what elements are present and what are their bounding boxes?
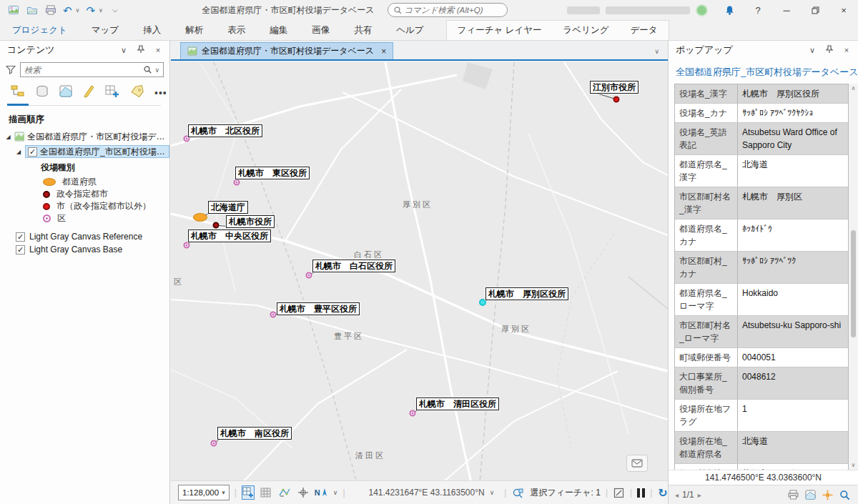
tree-item-basemap[interactable]: ✓Light Gray Canvas Reference <box>16 230 169 243</box>
layout-grid-add-icon[interactable] <box>242 485 255 500</box>
contextual-ribbon-tab[interactable]: データ <box>620 21 669 40</box>
map-view-tab[interactable]: 全国都道府県庁・市区町村役場データベース × <box>180 42 393 59</box>
ribbon-tab[interactable]: 解析 <box>173 20 215 40</box>
close-button[interactable]: × <box>829 0 858 20</box>
popup-feature-link[interactable]: 全国都道府県庁_市区町村役場データベース -... <box>669 59 858 84</box>
selected-features-icon[interactable] <box>511 485 525 500</box>
ribbon-tab[interactable]: ヘルプ <box>384 20 435 40</box>
layer-visibility-checkbox[interactable]: ✓ <box>16 232 25 242</box>
contents-search-box[interactable]: ∨ <box>20 62 164 77</box>
scroll-up-icon[interactable]: ∧ <box>849 85 858 92</box>
zoom-to-feature-icon[interactable] <box>838 488 852 502</box>
redo-button[interactable]: ↷ <box>86 5 95 16</box>
clear-selection-icon[interactable] <box>613 485 625 500</box>
previous-feature-icon[interactable]: ◂ <box>675 491 679 499</box>
list-by-labeling-icon[interactable] <box>104 83 120 100</box>
close-view-icon[interactable]: × <box>381 46 386 56</box>
redo-dropdown-icon[interactable]: ∨ <box>99 7 103 14</box>
account-avatar[interactable] <box>696 4 708 16</box>
north-options-chevron-icon[interactable]: ∨ <box>333 489 338 496</box>
flash-feature-icon[interactable] <box>821 488 834 502</box>
open-project-icon[interactable] <box>26 4 38 16</box>
expander-icon[interactable]: ◢ <box>5 134 11 140</box>
contents-close-icon[interactable]: × <box>152 46 164 54</box>
map-callout-button[interactable] <box>626 455 648 472</box>
feature-marker-pink[interactable] <box>234 179 240 186</box>
scroll-down-icon[interactable]: ∨ <box>849 462 858 468</box>
print-icon[interactable] <box>44 4 56 16</box>
contextual-ribbon-tab[interactable]: フィーチャ レイヤー <box>447 21 553 40</box>
north-arrow-icon[interactable]: N <box>315 488 328 498</box>
command-search-box[interactable] <box>388 3 508 17</box>
feature-marker-pink[interactable] <box>184 242 190 249</box>
sketch-tools-icon[interactable] <box>277 485 292 500</box>
scrollbar-thumb[interactable] <box>851 230 856 337</box>
minimize-button[interactable]: ─ <box>772 0 801 20</box>
legend-swatch-donut[interactable] <box>43 214 51 222</box>
feature-marker-orange[interactable] <box>193 213 207 222</box>
grid-icon[interactable] <box>260 485 272 500</box>
pause-drawing-button[interactable] <box>637 488 645 498</box>
contents-search-input[interactable] <box>24 66 141 74</box>
restore-button[interactable] <box>801 0 829 20</box>
feature-marker-darkred[interactable] <box>213 222 220 229</box>
popup-close-icon[interactable]: × <box>841 46 852 54</box>
save-project-icon[interactable] <box>7 4 19 16</box>
popup-menu-chevron-icon[interactable]: ∨ <box>807 46 818 55</box>
feature-marker-pink[interactable] <box>270 312 277 318</box>
legend-swatch-ellipse[interactable] <box>43 178 56 186</box>
list-by-selection-icon[interactable] <box>59 83 73 100</box>
expander-icon[interactable]: ◢ <box>15 149 22 155</box>
tree-item-layer[interactable]: ◢ ✓ 全国都道府県庁_市区町村役場データ... <box>0 145 169 158</box>
crosshair-icon[interactable] <box>297 485 310 500</box>
popup-selection-icon[interactable] <box>804 488 817 502</box>
layer-visibility-checkbox[interactable]: ✓ <box>16 245 25 255</box>
contents-pin-icon[interactable] <box>135 45 147 55</box>
contents-menu-chevron-icon[interactable]: ∨ <box>118 46 129 55</box>
feature-marker-pink[interactable] <box>410 410 416 417</box>
feature-marker-pink[interactable] <box>306 272 312 279</box>
view-list-chevron-icon[interactable]: ∨ <box>654 48 659 59</box>
tree-item-map[interactable]: ◢ 全国都道府県庁・市区町村役場データ... <box>0 130 169 143</box>
search-options-chevron-icon[interactable]: ∨ <box>154 66 159 74</box>
selected-layer-row[interactable]: ✓ 全国都道府県庁_市区町村役場データ... <box>25 145 169 158</box>
ribbon-tab[interactable]: マップ <box>79 20 131 40</box>
ribbon-tab[interactable]: 編集 <box>257 20 300 40</box>
feature-label: 札幌市 東区役所 <box>235 167 310 179</box>
list-by-drawing-order-icon[interactable] <box>10 83 26 100</box>
ribbon-tab[interactable]: 共有 <box>342 20 384 40</box>
legend-swatch-circle[interactable] <box>43 203 50 210</box>
feature-marker-pink[interactable] <box>211 440 217 447</box>
list-by-editing-icon[interactable] <box>82 83 95 100</box>
print-popup-icon[interactable] <box>786 488 800 502</box>
undo-dropdown-icon[interactable]: ∨ <box>76 7 80 14</box>
feature-label: 江別市役所 <box>590 81 638 94</box>
contents-more-options[interactable]: ••• <box>154 87 167 100</box>
next-feature-icon[interactable]: ▸ <box>698 491 701 499</box>
popup-pin-icon[interactable] <box>824 45 835 55</box>
tree-item-basemap[interactable]: ✓Light Gray Canvas Base <box>16 243 169 256</box>
coords-options-chevron-icon[interactable]: ∨ <box>490 489 495 496</box>
popup-field-name: 市区郡町村_カナ <box>675 252 738 283</box>
ribbon-tab[interactable]: 挿入 <box>131 20 173 40</box>
popup-table-row: 役場所在地フラグ1 <box>675 400 848 432</box>
list-by-data-source-icon[interactable] <box>35 83 49 100</box>
legend-swatch-circle[interactable] <box>43 191 50 198</box>
filter-icon[interactable] <box>6 65 16 74</box>
popup-scrollbar[interactable]: ∧ ∨ <box>849 84 858 470</box>
command-search-input[interactable] <box>405 6 501 14</box>
feature-marker-red[interactable] <box>613 97 620 103</box>
help-button[interactable]: ? <box>744 0 772 20</box>
map-canvas[interactable]: 厚別区厚別区豊平区清田区白石区区江別市役所札幌市 北区役所札幌市 東区役所北海道… <box>171 62 668 480</box>
ribbon-tab[interactable]: 画像 <box>300 20 342 40</box>
undo-button[interactable]: ↶ <box>63 5 72 16</box>
list-by-snapping-icon[interactable] <box>129 83 145 100</box>
ribbon-tab[interactable]: プロジェクト <box>0 20 79 40</box>
refresh-icon[interactable]: ↻ <box>657 485 668 500</box>
ribbon-tab[interactable]: 表示 <box>215 20 257 40</box>
layer-visibility-checkbox[interactable]: ✓ <box>28 147 37 157</box>
map-scale-select[interactable]: 1:128,000 ▾ <box>178 485 230 500</box>
notifications-bell-icon[interactable] <box>715 0 744 20</box>
customize-qat-icon[interactable]: ⌵ <box>112 6 118 14</box>
contextual-ribbon-tab[interactable]: ラベリング <box>553 21 620 40</box>
